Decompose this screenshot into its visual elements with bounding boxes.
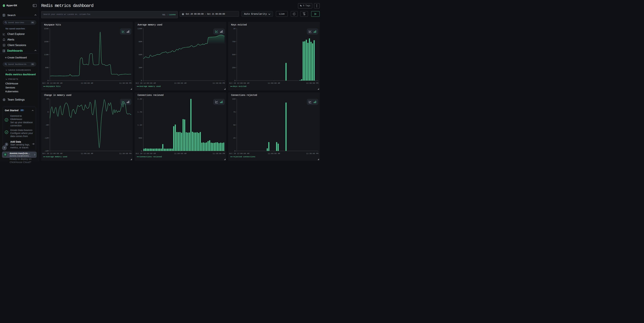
svg-text:11:30:00 PM: 11:30:00 PM: [119, 153, 131, 155]
svg-text:11:00:00 AM: 11:00:00 AM: [81, 153, 93, 155]
svg-text:Oct 20 12:00:00 AM: Oct 20 12:00:00 AM: [42, 153, 62, 155]
svg-text:0: 0: [47, 80, 48, 82]
svg-text:11:30:00 PM: 11:30:00 PM: [212, 153, 225, 155]
svg-text:-12M: -12M: [44, 137, 48, 139]
svg-text:11:30:00 PM: 11:30:00 PM: [306, 153, 318, 155]
svg-text:165K: 165K: [44, 41, 49, 43]
svg-text:11:00:00 AM: 11:00:00 AM: [174, 153, 186, 155]
svg-text:100: 100: [232, 98, 236, 100]
svg-text:220K: 220K: [44, 28, 49, 30]
svg-text:250: 250: [232, 67, 236, 69]
svg-text:1K: 1K: [233, 28, 236, 30]
svg-text:750: 750: [232, 41, 236, 43]
svg-text:0: 0: [141, 80, 142, 82]
svg-text:55K: 55K: [45, 67, 48, 69]
svg-text:500: 500: [232, 54, 236, 56]
svg-text:Oct 20 12:00:00 AM: Oct 20 12:00:00 AM: [229, 153, 250, 155]
svg-text:11:00:00 AM: 11:00:00 AM: [268, 82, 280, 84]
svg-text:75: 75: [233, 111, 236, 113]
svg-text:11:00:00 AM: 11:00:00 AM: [81, 82, 93, 84]
svg-text:1.7K: 1.7K: [138, 111, 142, 113]
svg-text:60M: 60M: [139, 54, 142, 56]
svg-text:0: 0: [47, 111, 48, 113]
svg-text:11:30:00 PM: 11:30:00 PM: [119, 82, 131, 84]
svg-text:Oct 20 12:00:00 AM: Oct 20 12:00:00 AM: [136, 82, 156, 84]
svg-text:-18M: -18M: [44, 150, 48, 152]
svg-text:110K: 110K: [44, 54, 49, 56]
svg-text:6M: 6M: [46, 98, 48, 100]
svg-text:0: 0: [234, 80, 236, 82]
svg-text:1.1K: 1.1K: [138, 124, 142, 126]
svg-text:11:30:00 PM: 11:30:00 PM: [306, 82, 318, 84]
svg-text:2.2K: 2.2K: [138, 98, 142, 100]
svg-text:0: 0: [141, 150, 142, 152]
svg-text:90M: 90M: [139, 41, 142, 43]
svg-text:11:00:00 AM: 11:00:00 AM: [174, 82, 186, 84]
svg-text:25: 25: [233, 137, 236, 139]
svg-text:11:30:00 PM: 11:30:00 PM: [212, 82, 225, 84]
svg-text:50: 50: [233, 124, 236, 126]
svg-text:0: 0: [234, 150, 236, 152]
svg-text:-6M: -6M: [45, 124, 48, 126]
svg-text:11:00:00 AM: 11:00:00 AM: [268, 153, 280, 155]
svg-text:120M: 120M: [138, 28, 142, 30]
svg-text:30M: 30M: [139, 67, 142, 69]
svg-text:550: 550: [139, 137, 142, 139]
svg-text:Oct 20 12:00:00 AM: Oct 20 12:00:00 AM: [136, 153, 156, 155]
svg-text:Oct 20 12:00:00 AM: Oct 20 12:00:00 AM: [229, 82, 250, 84]
svg-text:Oct 20 12:00:00 AM: Oct 20 12:00:00 AM: [42, 82, 62, 84]
